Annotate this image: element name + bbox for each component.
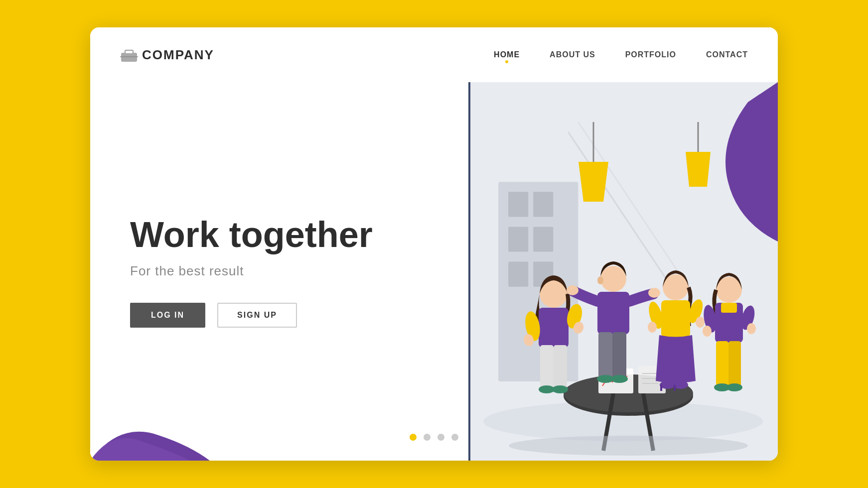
hero-title: Work together <box>130 215 429 254</box>
office-scene <box>484 122 763 461</box>
logo-text: COMPANY <box>142 47 214 63</box>
hero-left-panel: Work together For the best result LOG IN… <box>90 82 468 461</box>
svg-rect-64 <box>728 341 741 388</box>
login-button[interactable]: LOG IN <box>130 303 205 328</box>
nav-home[interactable]: HOME <box>494 50 520 59</box>
svg-rect-33 <box>540 345 554 390</box>
vertical-line <box>468 82 470 461</box>
hero-subtitle: For the best result <box>130 263 429 279</box>
nav-about[interactable]: ABOUT US <box>550 50 595 59</box>
svg-point-61 <box>703 326 712 337</box>
hero-right-panel <box>468 82 778 461</box>
svg-rect-55 <box>674 385 676 391</box>
svg-point-66 <box>726 383 742 391</box>
svg-rect-39 <box>597 292 629 334</box>
dot-1[interactable] <box>410 434 417 441</box>
briefcase-icon <box>120 48 138 62</box>
svg-rect-63 <box>716 341 728 388</box>
dot-4[interactable] <box>451 434 458 441</box>
slider-dots <box>410 434 458 441</box>
nav-links: HOME ABOUT US PORTFOLIO CONTACT <box>494 50 748 59</box>
svg-point-38 <box>597 276 603 284</box>
svg-point-51 <box>696 317 705 328</box>
svg-rect-34 <box>554 345 567 390</box>
svg-rect-54 <box>660 385 662 391</box>
svg-point-37 <box>600 266 626 292</box>
blob-bottom-left <box>90 381 210 461</box>
svg-rect-47 <box>661 300 690 338</box>
svg-rect-58 <box>721 303 737 313</box>
nav-portfolio[interactable]: PORTFOLIO <box>625 50 676 59</box>
signup-button[interactable]: SIGN UP <box>217 303 297 328</box>
hero-section: Work together For the best result LOG IN… <box>90 82 778 461</box>
svg-rect-43 <box>612 332 626 379</box>
svg-point-67 <box>509 436 748 456</box>
svg-marker-15 <box>579 162 608 202</box>
hero-buttons: LOG IN SIGN UP <box>130 303 429 328</box>
svg-rect-28 <box>539 308 569 348</box>
dot-3[interactable] <box>437 434 444 441</box>
svg-point-36 <box>552 385 568 393</box>
svg-point-40 <box>567 285 579 295</box>
svg-point-50 <box>648 322 657 333</box>
nav-contact[interactable]: CONTACT <box>706 50 748 59</box>
svg-marker-17 <box>686 152 711 187</box>
dot-2[interactable] <box>424 434 431 441</box>
svg-rect-42 <box>598 332 612 379</box>
main-card: COMPANY HOME ABOUT US PORTFOLIO CONTACT … <box>90 27 778 461</box>
svg-rect-1 <box>125 50 133 54</box>
svg-point-45 <box>611 375 628 383</box>
navbar: COMPANY HOME ABOUT US PORTFOLIO CONTACT <box>90 27 778 82</box>
svg-point-62 <box>747 323 756 334</box>
svg-point-41 <box>648 288 660 298</box>
logo: COMPANY <box>120 47 214 63</box>
